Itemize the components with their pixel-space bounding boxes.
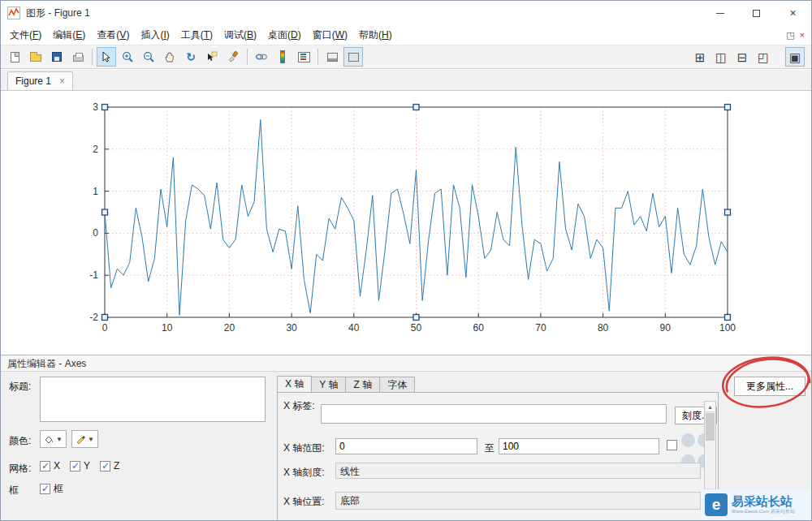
brush-icon <box>227 51 239 62</box>
show-plot-tools-button[interactable] <box>343 47 363 67</box>
svg-text:-2: -2 <box>89 312 98 323</box>
zoom-out-button[interactable] <box>139 47 158 67</box>
data-cursor-button[interactable] <box>202 47 222 67</box>
toolbar-separator <box>92 49 93 65</box>
tab-z-axis[interactable]: Z 轴 <box>346 377 380 393</box>
tile-vertical-button[interactable]: ◫ <box>711 47 731 67</box>
title-bar: 图形 - Figure 1 × <box>1 1 811 25</box>
open-folder-icon <box>30 54 41 62</box>
data-cursor-icon <box>206 51 218 62</box>
maximize-pane-button[interactable]: ▣ <box>785 47 805 67</box>
menu-V[interactable]: 查看(V) <box>91 25 135 45</box>
show-plot-tools-icon <box>348 53 359 62</box>
grid-x-checkbox[interactable] <box>40 461 50 471</box>
edit-plot-button[interactable] <box>97 47 116 67</box>
pan-button[interactable] <box>160 47 179 67</box>
new-figure-button[interactable] <box>5 47 24 67</box>
svg-text:30: 30 <box>286 322 297 334</box>
grid-y-label: Y <box>84 460 90 471</box>
rotate-3d-button[interactable]: ↻ <box>181 47 201 67</box>
svg-text:80: 80 <box>598 322 609 334</box>
grid-x-label: X <box>54 460 60 471</box>
hide-plot-tools-button[interactable] <box>322 47 342 67</box>
x-position-dropdown[interactable]: 底部 <box>335 492 701 510</box>
print-button[interactable] <box>68 47 88 67</box>
menu-H[interactable]: 帮助(H) <box>353 25 398 45</box>
tab-close-icon[interactable]: × <box>59 76 65 86</box>
edge-color-button[interactable]: ▼ <box>71 430 98 448</box>
menu-B[interactable]: 调试(B) <box>218 25 262 45</box>
scrollbar-thumb[interactable] <box>706 413 715 441</box>
menu-F[interactable]: 文件(F) <box>4 25 47 45</box>
box-checkbox[interactable] <box>40 484 50 494</box>
x-label-input[interactable] <box>321 404 667 424</box>
tab-figure-1[interactable]: Figure 1 × <box>7 71 73 90</box>
menu-D[interactable]: 桌面(D) <box>262 25 307 45</box>
tile-vertical-icon: ◫ <box>715 51 727 63</box>
x-range-label: X 轴范围: <box>283 441 325 455</box>
pen-icon <box>76 434 85 444</box>
minimize-button[interactable] <box>702 1 738 25</box>
box-check-label: 框 <box>54 482 63 496</box>
x-position-label: X 轴位置: <box>283 495 325 509</box>
toolbar-separator <box>247 49 248 65</box>
more-properties-button[interactable]: 更多属性... <box>734 377 806 396</box>
menubar-close-icon[interactable]: × <box>800 30 805 40</box>
x-range-min-input[interactable] <box>335 438 477 454</box>
tab-x-axis[interactable]: X 轴 <box>277 376 312 393</box>
zoom-out-icon <box>143 51 155 63</box>
watermark-subtext: Www.Easck.Com 易采站长站 <box>732 509 795 515</box>
chevron-down-icon: ▼ <box>56 436 63 443</box>
matlab-figure-icon <box>7 6 20 19</box>
open-file-button[interactable] <box>26 47 45 67</box>
menu-T[interactable]: 工具(T) <box>175 25 218 45</box>
float-window-button[interactable]: ◰ <box>754 47 773 67</box>
scroll-up-icon[interactable]: ▲ <box>705 402 715 412</box>
maximize-button[interactable] <box>738 1 775 25</box>
grid-y-checkbox[interactable] <box>70 461 80 471</box>
x-scale-dropdown[interactable]: 线性 <box>335 463 701 479</box>
menu-bar-items: 文件(F)编辑(E)查看(V)插入(I)工具(T)调试(B)桌面(D)窗口(W)… <box>4 25 398 45</box>
insert-colorbar-button[interactable] <box>273 47 292 67</box>
auto-range-checkbox[interactable] <box>667 440 677 450</box>
menu-W[interactable]: 窗口(W) <box>307 25 353 45</box>
axes-plot[interactable]: 0102030405060708090100-2-10123 <box>1 91 812 355</box>
save-button[interactable] <box>47 47 67 67</box>
figure-canvas[interactable]: 0102030405060708090100-2-10123 <box>1 91 812 355</box>
menu-I[interactable]: 插入(I) <box>135 25 175 45</box>
x-label-label: X 标签: <box>283 399 315 413</box>
svg-text:50: 50 <box>411 322 422 334</box>
svg-text:100: 100 <box>719 322 736 334</box>
paint-bucket-icon <box>44 434 54 444</box>
menu-E[interactable]: 编辑(E) <box>47 25 91 45</box>
legend-icon <box>298 52 310 62</box>
grid-z-checkbox[interactable] <box>100 461 110 471</box>
svg-text:-1: -1 <box>89 269 98 281</box>
close-icon: × <box>789 7 796 19</box>
tab-font[interactable]: 字体 <box>380 377 415 393</box>
color-label: 颜色: <box>9 434 31 448</box>
tab-y-axis[interactable]: Y 轴 <box>312 377 346 393</box>
close-button[interactable]: × <box>775 1 811 25</box>
rotate-icon: ↻ <box>186 51 196 62</box>
link-plots-button[interactable] <box>252 47 271 67</box>
tile-all-button[interactable]: ⊞ <box>690 47 710 67</box>
panel-scrollbar[interactable]: ▲ ▼ <box>704 401 716 500</box>
box-label: 框 <box>9 484 19 497</box>
zoom-in-button[interactable] <box>118 47 137 67</box>
undock-icon[interactable]: ◳ <box>786 30 794 41</box>
axes-title-input[interactable] <box>40 377 266 422</box>
x-range-max-input[interactable] <box>499 438 659 454</box>
tile-horizontal-button[interactable]: ⊟ <box>732 47 752 67</box>
brush-data-button[interactable] <box>223 47 243 67</box>
svg-text:1: 1 <box>93 186 98 197</box>
fill-color-button[interactable]: ▼ <box>40 430 67 448</box>
svg-text:60: 60 <box>473 322 485 334</box>
site-watermark: e 易采站长站 Www.Easck.Com 易采站长站 <box>701 489 811 520</box>
float-window-icon: ◰ <box>758 51 769 63</box>
new-document-icon <box>11 52 19 62</box>
figure-tab-bar: Figure 1 × <box>1 70 811 91</box>
insert-legend-button[interactable] <box>294 47 313 67</box>
cursor-arrow-icon <box>101 51 112 62</box>
toolbar: ↻ ⊞ ◫ ⊟ ◰ ▣ <box>1 45 811 69</box>
